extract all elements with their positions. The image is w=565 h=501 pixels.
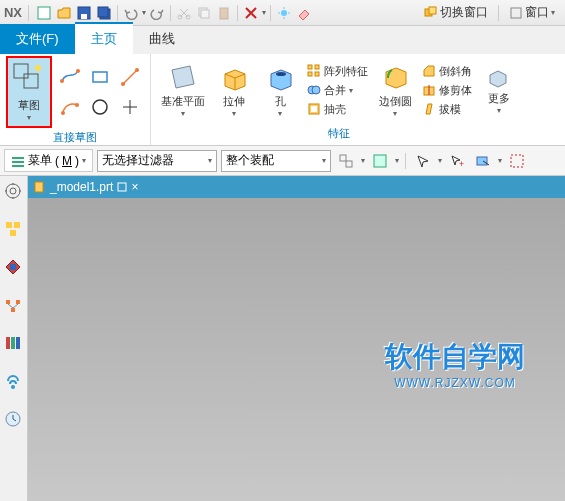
- edge-blend-button[interactable]: 边倒圆▾: [374, 60, 416, 120]
- document-area: _model1.prt × 软件自学网 WWW.RJZXW.COM: [28, 176, 565, 501]
- document-tab[interactable]: _model1.prt ×: [34, 180, 138, 194]
- line-icon[interactable]: [116, 63, 144, 91]
- part-navigator-icon[interactable]: [4, 220, 24, 240]
- window-button[interactable]: 窗口 ▾: [505, 4, 559, 21]
- more-label: 更多: [488, 91, 510, 106]
- chamfer-button[interactable]: 倒斜角: [420, 63, 474, 80]
- tb-pick-icon[interactable]: [335, 150, 357, 172]
- switch-window-button[interactable]: 切换窗口: [420, 4, 492, 21]
- secondary-toolbar: 菜单(M)▾ 无选择过滤器▾ 整个装配▾ ▾ ▾ ▾ + ▾: [0, 146, 565, 176]
- svg-point-60: [11, 385, 15, 389]
- close-tab-icon[interactable]: ×: [131, 180, 138, 194]
- extrude-button[interactable]: 拉伸▾: [213, 60, 255, 120]
- svg-rect-32: [315, 72, 319, 76]
- ribbon-group-base: 基准平面▾ 拉伸▾ 孔▾ 阵列特征 合并▾ 抽壳 边倒圆▾ 倒斜角: [151, 54, 526, 145]
- menu-button[interactable]: 菜单(M)▾: [4, 149, 93, 172]
- quick-access-toolbar: ▾ ▾: [31, 4, 317, 22]
- tb-cursor-dropdown[interactable]: ▾: [438, 156, 442, 165]
- tb-body-dropdown[interactable]: ▾: [498, 156, 502, 165]
- unite-button[interactable]: 合并▾: [305, 82, 370, 99]
- sketch-tools-grid: [56, 63, 144, 121]
- feature-column-2: 倒斜角 修剪体 拔模: [420, 63, 474, 118]
- tb-pick-dropdown[interactable]: ▾: [361, 156, 365, 165]
- tb-cursor-icon[interactable]: [412, 150, 434, 172]
- tb-highlight-icon[interactable]: [369, 150, 391, 172]
- circle-icon[interactable]: [86, 93, 114, 121]
- more-button[interactable]: 更多▾: [478, 63, 520, 117]
- svg-point-24: [75, 103, 79, 107]
- trim-body-icon: [422, 83, 436, 97]
- settings-icon[interactable]: [4, 182, 24, 202]
- point-icon[interactable]: [116, 93, 144, 121]
- svg-rect-19: [93, 72, 107, 82]
- selection-filter-combo[interactable]: 无选择过滤器▾: [97, 150, 217, 172]
- arc-icon[interactable]: [56, 93, 84, 121]
- hole-icon: [265, 62, 295, 92]
- svg-rect-50: [6, 222, 12, 228]
- extrude-label: 拉伸: [223, 94, 245, 109]
- svg-point-49: [10, 188, 16, 194]
- svg-rect-8: [201, 10, 209, 18]
- chamfer-icon: [422, 64, 436, 78]
- tab-bar: 文件(F) 主页 曲线: [0, 26, 565, 54]
- tb-body-pick-icon[interactable]: [472, 150, 494, 172]
- delete-dropdown-icon[interactable]: ▾: [262, 8, 266, 17]
- save-all-icon[interactable]: [95, 4, 113, 22]
- tb-add-pick-icon[interactable]: +: [446, 150, 468, 172]
- unite-icon: [307, 83, 321, 97]
- rectangle-icon[interactable]: [86, 63, 114, 91]
- assembly-scope-combo[interactable]: 整个装配▾: [221, 150, 331, 172]
- undo-icon[interactable]: [122, 4, 140, 22]
- hole-label: 孔: [275, 94, 286, 109]
- sketch-button[interactable]: 草图 ▾: [6, 56, 52, 128]
- delete-icon[interactable]: [242, 4, 260, 22]
- graphics-canvas[interactable]: 软件自学网 WWW.RJZXW.COM: [28, 198, 565, 501]
- trim-body-button[interactable]: 修剪体: [420, 82, 474, 99]
- svg-rect-31: [308, 72, 312, 76]
- watermark-url: WWW.RJZXW.COM: [385, 376, 525, 390]
- draft-button[interactable]: 拔模: [420, 101, 474, 118]
- tab-home[interactable]: 主页: [75, 22, 133, 54]
- svg-rect-59: [16, 337, 20, 349]
- undo-dropdown-icon[interactable]: ▾: [142, 8, 146, 17]
- paste-icon[interactable]: [215, 4, 233, 22]
- history-icon[interactable]: [4, 410, 24, 430]
- svg-rect-46: [477, 157, 487, 165]
- datum-plane-label: 基准平面: [161, 94, 205, 109]
- tb-rect-select-icon[interactable]: [506, 150, 528, 172]
- datum-plane-button[interactable]: 基准平面▾: [157, 60, 209, 120]
- hole-button[interactable]: 孔▾: [259, 60, 301, 120]
- tab-curve[interactable]: 曲线: [133, 24, 191, 54]
- cut-icon[interactable]: [175, 4, 193, 22]
- doc-modified-icon: [117, 182, 127, 192]
- profile-icon[interactable]: [56, 63, 84, 91]
- svg-rect-4: [98, 7, 108, 17]
- menu-icon: [11, 154, 25, 168]
- new-icon[interactable]: [35, 4, 53, 22]
- watermark-title: 软件自学网: [385, 338, 525, 376]
- shell-icon: [307, 102, 321, 116]
- svg-rect-47: [511, 155, 523, 167]
- constraint-navigator-icon[interactable]: [4, 296, 24, 316]
- internet-icon[interactable]: [4, 372, 24, 392]
- pattern-feature-button[interactable]: 阵列特征: [305, 63, 370, 80]
- reuse-library-icon[interactable]: [4, 334, 24, 354]
- document-icon: [34, 181, 46, 193]
- document-tab-bar: _model1.prt ×: [28, 176, 565, 198]
- open-icon[interactable]: [55, 4, 73, 22]
- tab-file[interactable]: 文件(F): [0, 24, 75, 54]
- assembly-navigator-icon[interactable]: [4, 258, 24, 278]
- tb-highlight-dropdown[interactable]: ▾: [395, 156, 399, 165]
- svg-rect-2: [81, 14, 87, 19]
- datum-plane-icon: [168, 62, 198, 92]
- copy-icon[interactable]: [195, 4, 213, 22]
- eraser-icon[interactable]: [295, 4, 313, 22]
- document-name: _model1.prt: [50, 180, 113, 194]
- svg-point-48: [6, 184, 20, 198]
- shell-button[interactable]: 抽壳: [305, 101, 370, 118]
- touch-icon[interactable]: [275, 4, 293, 22]
- svg-point-17: [60, 79, 64, 83]
- svg-rect-29: [308, 65, 312, 69]
- save-icon[interactable]: [75, 4, 93, 22]
- redo-icon[interactable]: [148, 4, 166, 22]
